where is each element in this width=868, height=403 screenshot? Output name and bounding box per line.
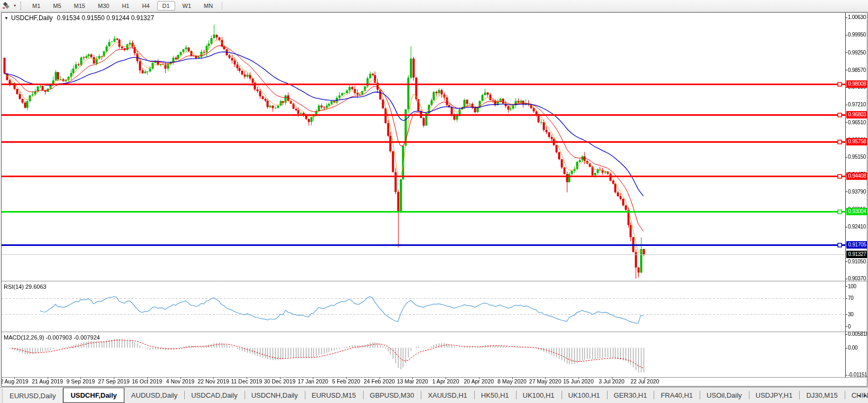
- tab-uk100-h1[interactable]: UK100,H1: [516, 387, 562, 403]
- timeframe-button-m1[interactable]: M1: [27, 1, 46, 11]
- chart-tab-bar: EURUSD,DailyUSDCHF,DailyAUDUSD,DailyUSDC…: [0, 387, 868, 403]
- tab-ger30-h1[interactable]: GER30,H1: [607, 387, 654, 403]
- toolbar-grip: [20, 2, 24, 10]
- timeframe-button-h4[interactable]: H4: [137, 1, 155, 11]
- timeframe-button-m15[interactable]: M15: [69, 1, 91, 11]
- tab-fra40-h1[interactable]: FRA40,H1: [654, 387, 700, 403]
- timeframe-button-m30[interactable]: M30: [93, 1, 114, 11]
- tab-gbpusd-m30[interactable]: GBPUSD,M30: [363, 387, 421, 403]
- timeframe-button-mn[interactable]: MN: [198, 1, 218, 11]
- tab-eurusd-m15[interactable]: EURUSD,M15: [305, 387, 363, 403]
- tab-usdcnh-daily[interactable]: USDCNH,Daily: [245, 387, 305, 403]
- timeframe-button-m5[interactable]: M5: [48, 1, 66, 11]
- scroll-right-icon[interactable]: ▸: [864, 392, 866, 398]
- tab-usdjpy-h1[interactable]: USDJPY,H1: [749, 387, 800, 403]
- chart-objects-icon[interactable]: [0, 1, 12, 11]
- tab-usoil-daily[interactable]: USOil,Daily: [700, 387, 748, 403]
- tab-xauusd-h1[interactable]: XAUUSD,H1: [421, 387, 474, 403]
- timeframe-button-d1[interactable]: D1: [157, 1, 175, 11]
- tab-uk100-h1[interactable]: UK100,H1: [562, 387, 607, 403]
- top-toolbar: ▾ M1M5M15M30H1H4D1W1MN: [0, 0, 868, 12]
- timeframe-button-h1[interactable]: H1: [116, 1, 134, 11]
- chart-window: ▼USDCHF,Daily0.91534 0.91550 0.91244 0.9…: [1, 12, 867, 387]
- timeframe-button-w1[interactable]: W1: [177, 1, 197, 11]
- tab-usdchf-daily[interactable]: USDCHF,Daily: [63, 388, 124, 403]
- tab-hk50-h1[interactable]: HK50,H1: [474, 387, 516, 403]
- scroll-left-icon[interactable]: ◂: [858, 392, 861, 398]
- tab-usdcad-daily[interactable]: USDCAD,Daily: [184, 387, 244, 403]
- toolbar-separator: [222, 2, 222, 10]
- tab-eurusd-daily[interactable]: EURUSD,Daily: [2, 388, 63, 403]
- tab-audusd-daily[interactable]: AUDUSD,Daily: [124, 387, 184, 403]
- chevron-down-icon[interactable]: ▾: [12, 1, 18, 11]
- chart-canvas[interactable]: [2, 13, 867, 386]
- tab-dj30-m15[interactable]: DJ30,M15: [799, 387, 844, 403]
